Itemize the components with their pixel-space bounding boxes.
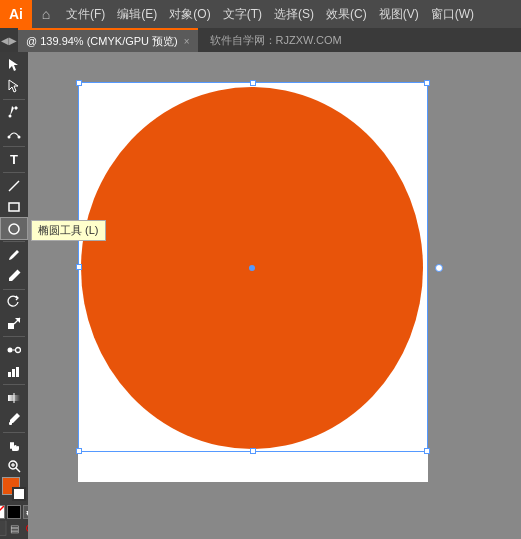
- svg-marker-1: [9, 80, 18, 92]
- pen-tool[interactable]: [1, 102, 27, 123]
- gradient-tool[interactable]: [1, 387, 27, 408]
- svg-point-3: [8, 135, 11, 138]
- svg-rect-8: [8, 323, 14, 329]
- svg-point-11: [8, 348, 13, 353]
- toolbar-separator-8: [3, 432, 25, 433]
- tab-site-info: 软件自学网：RJZXW.COM: [198, 33, 354, 48]
- menu-view[interactable]: 视图(V): [373, 0, 425, 28]
- menu-edit[interactable]: 编辑(E): [111, 0, 163, 28]
- svg-rect-19: [9, 422, 12, 425]
- none-swatch[interactable]: [0, 505, 5, 519]
- pencil-tool[interactable]: [1, 266, 27, 287]
- direct-selection-tool[interactable]: [1, 75, 27, 96]
- stroke-swatch[interactable]: [12, 487, 26, 501]
- hand-tool[interactable]: [1, 435, 27, 456]
- menu-select[interactable]: 选择(S): [268, 0, 320, 28]
- curvature-tool[interactable]: [1, 123, 27, 144]
- blend-tool[interactable]: [1, 339, 27, 360]
- svg-rect-14: [8, 372, 11, 377]
- eyedropper-tool[interactable]: [1, 408, 27, 429]
- scale-tool[interactable]: [1, 313, 27, 334]
- toolbar-separator-4: [3, 241, 25, 242]
- tab-close-btn[interactable]: ×: [184, 36, 190, 47]
- svg-line-5: [9, 181, 19, 191]
- menu-text[interactable]: 文字(T): [217, 0, 268, 28]
- svg-point-2: [9, 115, 12, 118]
- tab-active[interactable]: @ 139.94% (CMYK/GPU 预览) ×: [18, 28, 198, 52]
- menu-file[interactable]: 文件(F): [60, 0, 111, 28]
- line-tool[interactable]: [1, 175, 27, 196]
- ai-logo: Ai: [0, 0, 32, 28]
- menu-bar: 文件(F) 编辑(E) 对象(O) 文字(T) 选择(S) 效果(C) 视图(V…: [60, 0, 521, 28]
- canvas-area[interactable]: [28, 52, 521, 539]
- svg-line-25: [0, 506, 4, 518]
- fill-stroke-stack: [2, 477, 26, 501]
- tabbar: ◀▶ @ 139.94% (CMYK/GPU 预览) × 软件自学网：RJZXW…: [0, 28, 521, 52]
- tab-label: @ 139.94% (CMYK/GPU 预览): [26, 34, 178, 49]
- svg-marker-0: [9, 59, 18, 71]
- svg-line-22: [16, 468, 20, 472]
- zoom-tool[interactable]: [1, 456, 27, 477]
- toolbar-separator-3: [3, 172, 25, 173]
- home-icon[interactable]: ⌂: [32, 0, 60, 28]
- svg-rect-6: [9, 203, 19, 211]
- tab-collapse-btn[interactable]: ◀▶: [0, 28, 18, 52]
- column-graph-tool[interactable]: [1, 361, 27, 382]
- svg-point-12: [16, 348, 21, 353]
- rect-tool[interactable]: [1, 197, 27, 218]
- toolbar-separator-6: [3, 336, 25, 337]
- type-tool[interactable]: T: [1, 149, 27, 170]
- svg-point-7: [9, 224, 19, 234]
- svg-point-4: [18, 135, 21, 138]
- black-white-swatch[interactable]: [7, 505, 21, 519]
- toolbar-separator-1: [3, 99, 25, 100]
- ellipse-tool[interactable]: 椭圆工具 (L): [1, 218, 27, 239]
- paintbrush-tool[interactable]: [1, 244, 27, 265]
- color-mode-icon[interactable]: ⬛: [0, 521, 5, 535]
- rotate-tool[interactable]: [1, 292, 27, 313]
- svg-rect-15: [12, 369, 15, 377]
- menu-window[interactable]: 窗口(W): [425, 0, 480, 28]
- handle-middle-right[interactable]: [435, 264, 443, 272]
- toolbar: T 椭圆工具 (L): [0, 52, 28, 539]
- menu-object[interactable]: 对象(O): [163, 0, 216, 28]
- toolbar-separator-7: [3, 384, 25, 385]
- svg-rect-16: [16, 367, 19, 377]
- gradient-mode-icon[interactable]: ▤: [7, 521, 21, 535]
- toolbar-separator-5: [3, 289, 25, 290]
- main-area: T 椭圆工具 (L): [0, 52, 521, 539]
- menu-effect[interactable]: 效果(C): [320, 0, 373, 28]
- ellipse-center-dot: [249, 265, 255, 271]
- titlebar: Ai ⌂ 文件(F) 编辑(E) 对象(O) 文字(T) 选择(S) 效果(C)…: [0, 0, 521, 28]
- svg-rect-20: [10, 442, 12, 449]
- toolbar-separator-2: [3, 146, 25, 147]
- selection-tool[interactable]: [1, 54, 27, 75]
